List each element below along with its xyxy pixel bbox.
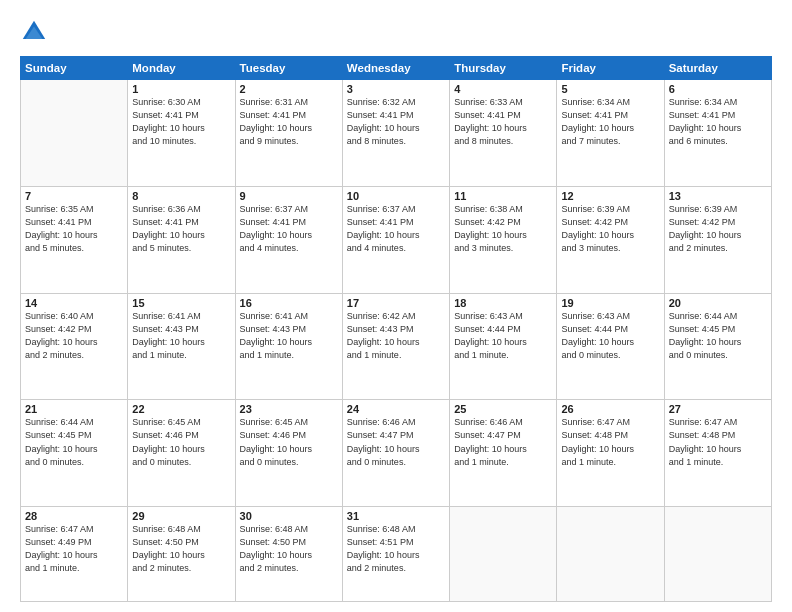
day-number: 14	[25, 297, 123, 309]
col-tuesday: Tuesday	[235, 57, 342, 80]
day-info: Sunrise: 6:30 AMSunset: 4:41 PMDaylight:…	[132, 96, 230, 148]
logo-icon	[20, 18, 48, 46]
day-number: 27	[669, 403, 767, 415]
day-number: 23	[240, 403, 338, 415]
day-number: 8	[132, 190, 230, 202]
day-number: 13	[669, 190, 767, 202]
col-thursday: Thursday	[450, 57, 557, 80]
calendar-header: Sunday Monday Tuesday Wednesday Thursday…	[21, 57, 772, 80]
calendar-cell: 17Sunrise: 6:42 AMSunset: 4:43 PMDayligh…	[342, 293, 449, 400]
day-info: Sunrise: 6:34 AMSunset: 4:41 PMDaylight:…	[561, 96, 659, 148]
day-number: 1	[132, 83, 230, 95]
day-number: 4	[454, 83, 552, 95]
calendar-cell: 19Sunrise: 6:43 AMSunset: 4:44 PMDayligh…	[557, 293, 664, 400]
calendar-table: Sunday Monday Tuesday Wednesday Thursday…	[20, 56, 772, 602]
day-number: 3	[347, 83, 445, 95]
col-wednesday: Wednesday	[342, 57, 449, 80]
day-info: Sunrise: 6:48 AMSunset: 4:51 PMDaylight:…	[347, 523, 445, 575]
calendar-cell: 27Sunrise: 6:47 AMSunset: 4:48 PMDayligh…	[664, 400, 771, 507]
calendar-cell: 1Sunrise: 6:30 AMSunset: 4:41 PMDaylight…	[128, 80, 235, 187]
day-number: 30	[240, 510, 338, 522]
day-number: 17	[347, 297, 445, 309]
calendar-cell: 26Sunrise: 6:47 AMSunset: 4:48 PMDayligh…	[557, 400, 664, 507]
calendar-cell	[450, 507, 557, 602]
day-number: 11	[454, 190, 552, 202]
day-number: 24	[347, 403, 445, 415]
day-number: 28	[25, 510, 123, 522]
calendar-cell: 16Sunrise: 6:41 AMSunset: 4:43 PMDayligh…	[235, 293, 342, 400]
calendar-cell: 13Sunrise: 6:39 AMSunset: 4:42 PMDayligh…	[664, 186, 771, 293]
day-number: 25	[454, 403, 552, 415]
calendar-cell: 4Sunrise: 6:33 AMSunset: 4:41 PMDaylight…	[450, 80, 557, 187]
header-row: Sunday Monday Tuesday Wednesday Thursday…	[21, 57, 772, 80]
calendar-cell: 6Sunrise: 6:34 AMSunset: 4:41 PMDaylight…	[664, 80, 771, 187]
day-info: Sunrise: 6:39 AMSunset: 4:42 PMDaylight:…	[669, 203, 767, 255]
day-number: 20	[669, 297, 767, 309]
day-number: 15	[132, 297, 230, 309]
calendar-cell: 20Sunrise: 6:44 AMSunset: 4:45 PMDayligh…	[664, 293, 771, 400]
day-info: Sunrise: 6:46 AMSunset: 4:47 PMDaylight:…	[454, 416, 552, 468]
calendar-cell: 25Sunrise: 6:46 AMSunset: 4:47 PMDayligh…	[450, 400, 557, 507]
day-number: 19	[561, 297, 659, 309]
calendar-cell	[664, 507, 771, 602]
calendar-cell	[557, 507, 664, 602]
day-info: Sunrise: 6:45 AMSunset: 4:46 PMDaylight:…	[132, 416, 230, 468]
calendar-cell: 5Sunrise: 6:34 AMSunset: 4:41 PMDaylight…	[557, 80, 664, 187]
day-number: 10	[347, 190, 445, 202]
calendar-cell: 21Sunrise: 6:44 AMSunset: 4:45 PMDayligh…	[21, 400, 128, 507]
day-number: 6	[669, 83, 767, 95]
calendar-cell: 18Sunrise: 6:43 AMSunset: 4:44 PMDayligh…	[450, 293, 557, 400]
day-info: Sunrise: 6:37 AMSunset: 4:41 PMDaylight:…	[240, 203, 338, 255]
day-info: Sunrise: 6:34 AMSunset: 4:41 PMDaylight:…	[669, 96, 767, 148]
calendar-cell: 10Sunrise: 6:37 AMSunset: 4:41 PMDayligh…	[342, 186, 449, 293]
calendar-cell: 31Sunrise: 6:48 AMSunset: 4:51 PMDayligh…	[342, 507, 449, 602]
col-sunday: Sunday	[21, 57, 128, 80]
calendar-cell: 11Sunrise: 6:38 AMSunset: 4:42 PMDayligh…	[450, 186, 557, 293]
day-info: Sunrise: 6:36 AMSunset: 4:41 PMDaylight:…	[132, 203, 230, 255]
day-info: Sunrise: 6:40 AMSunset: 4:42 PMDaylight:…	[25, 310, 123, 362]
day-info: Sunrise: 6:46 AMSunset: 4:47 PMDaylight:…	[347, 416, 445, 468]
col-saturday: Saturday	[664, 57, 771, 80]
day-info: Sunrise: 6:31 AMSunset: 4:41 PMDaylight:…	[240, 96, 338, 148]
header	[20, 18, 772, 46]
day-info: Sunrise: 6:44 AMSunset: 4:45 PMDaylight:…	[25, 416, 123, 468]
day-number: 26	[561, 403, 659, 415]
col-friday: Friday	[557, 57, 664, 80]
calendar-cell: 22Sunrise: 6:45 AMSunset: 4:46 PMDayligh…	[128, 400, 235, 507]
day-number: 5	[561, 83, 659, 95]
day-info: Sunrise: 6:47 AMSunset: 4:48 PMDaylight:…	[561, 416, 659, 468]
calendar-cell: 29Sunrise: 6:48 AMSunset: 4:50 PMDayligh…	[128, 507, 235, 602]
calendar-cell: 2Sunrise: 6:31 AMSunset: 4:41 PMDaylight…	[235, 80, 342, 187]
day-info: Sunrise: 6:38 AMSunset: 4:42 PMDaylight:…	[454, 203, 552, 255]
day-number: 2	[240, 83, 338, 95]
day-info: Sunrise: 6:37 AMSunset: 4:41 PMDaylight:…	[347, 203, 445, 255]
day-info: Sunrise: 6:41 AMSunset: 4:43 PMDaylight:…	[240, 310, 338, 362]
calendar-cell: 14Sunrise: 6:40 AMSunset: 4:42 PMDayligh…	[21, 293, 128, 400]
calendar-cell: 3Sunrise: 6:32 AMSunset: 4:41 PMDaylight…	[342, 80, 449, 187]
day-number: 31	[347, 510, 445, 522]
calendar-cell: 15Sunrise: 6:41 AMSunset: 4:43 PMDayligh…	[128, 293, 235, 400]
day-info: Sunrise: 6:47 AMSunset: 4:49 PMDaylight:…	[25, 523, 123, 575]
day-info: Sunrise: 6:32 AMSunset: 4:41 PMDaylight:…	[347, 96, 445, 148]
calendar-body: 1Sunrise: 6:30 AMSunset: 4:41 PMDaylight…	[21, 80, 772, 602]
day-number: 21	[25, 403, 123, 415]
day-number: 16	[240, 297, 338, 309]
calendar-cell: 24Sunrise: 6:46 AMSunset: 4:47 PMDayligh…	[342, 400, 449, 507]
calendar-cell	[21, 80, 128, 187]
day-info: Sunrise: 6:33 AMSunset: 4:41 PMDaylight:…	[454, 96, 552, 148]
day-info: Sunrise: 6:41 AMSunset: 4:43 PMDaylight:…	[132, 310, 230, 362]
day-info: Sunrise: 6:35 AMSunset: 4:41 PMDaylight:…	[25, 203, 123, 255]
day-info: Sunrise: 6:45 AMSunset: 4:46 PMDaylight:…	[240, 416, 338, 468]
day-number: 29	[132, 510, 230, 522]
calendar-cell: 8Sunrise: 6:36 AMSunset: 4:41 PMDaylight…	[128, 186, 235, 293]
day-number: 18	[454, 297, 552, 309]
day-info: Sunrise: 6:47 AMSunset: 4:48 PMDaylight:…	[669, 416, 767, 468]
day-info: Sunrise: 6:44 AMSunset: 4:45 PMDaylight:…	[669, 310, 767, 362]
col-monday: Monday	[128, 57, 235, 80]
page: Sunday Monday Tuesday Wednesday Thursday…	[0, 0, 792, 612]
calendar-cell: 28Sunrise: 6:47 AMSunset: 4:49 PMDayligh…	[21, 507, 128, 602]
day-number: 9	[240, 190, 338, 202]
calendar-cell: 12Sunrise: 6:39 AMSunset: 4:42 PMDayligh…	[557, 186, 664, 293]
day-info: Sunrise: 6:48 AMSunset: 4:50 PMDaylight:…	[132, 523, 230, 575]
day-number: 12	[561, 190, 659, 202]
